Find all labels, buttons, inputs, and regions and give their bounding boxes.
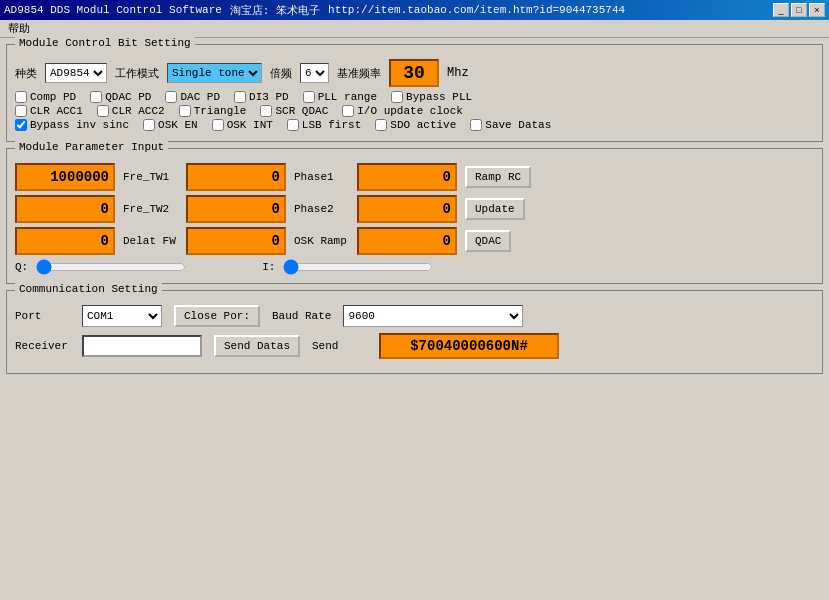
param-row-3: Delat FW OSK Ramp QDAC [15,227,814,255]
mode-select[interactable]: Single tone FSK BPSK Ramped FSK Chirp [167,63,262,83]
port-select[interactable]: COM1 COM2 COM3 COM4 [82,305,162,327]
title-bar-left: AD9854 DDS Modul Control Software 淘宝店: 笨… [4,3,625,18]
dac-pd-label: DAC PD [180,91,220,103]
clr-acc2-checkbox[interactable] [97,105,109,117]
qdac-pd-checkbox[interactable] [90,91,102,103]
cb-di3-pd: DI3 PD [234,91,289,103]
cb-lsb-first: LSB first [287,119,361,131]
baud-rate-select[interactable]: 9600 19200 38400 115200 [343,305,523,327]
ramp-rc-button[interactable]: Ramp RC [465,166,531,188]
lsb-first-checkbox[interactable] [287,119,299,131]
url-text: http://item.taobao.com/item.htm?id=90447… [328,4,625,16]
param-row-2: Fre_TW2 Phase2 Update [15,195,814,223]
receiver-label: Receiver [15,340,70,352]
delat-fw-label: Delat FW [123,235,178,247]
cb-save-datas: Save Datas [470,119,551,131]
fre-tw1-label: Fre_TW1 [123,171,178,183]
receiver-input[interactable] [82,335,202,357]
q-slider[interactable] [36,259,186,275]
fre-tw1-input[interactable] [15,163,115,191]
phase2-label: Phase2 [294,203,349,215]
comp-pd-checkbox[interactable] [15,91,27,103]
osk-ramp-label: OSK Ramp [294,235,349,247]
sliders-row: Q: I: [15,259,814,275]
module-control-group: Module Control Bit Setting 种类 AD9854 工作模… [6,44,823,142]
checkbox-row-3: Bypass inv sinc OSK EN OSK INT LSB first… [15,119,814,131]
bypass-inv-checkbox[interactable] [15,119,27,131]
maximize-button[interactable]: □ [791,3,807,17]
cb-sdo-active: SDO active [375,119,456,131]
main-content: Module Control Bit Setting 种类 AD9854 工作模… [0,38,829,380]
baud-rate-label: Baud Rate [272,310,331,322]
cb-clr-acc1: CLR ACC1 [15,105,83,117]
comm-setting-group: Communication Setting Port COM1 COM2 COM… [6,290,823,374]
cb-io-update: I/O update clock [342,105,463,117]
osk-en-label: OSK EN [158,119,198,131]
i-slider[interactable] [283,259,433,275]
dac-pd-checkbox[interactable] [165,91,177,103]
bypass-pll-label: Bypass PLL [406,91,472,103]
fre-tw2-input[interactable] [15,195,115,223]
title-bar: AD9854 DDS Modul Control Software 淘宝店: 笨… [0,0,829,20]
cb-qdac-pd: QDAC PD [90,91,151,103]
bypass-inv-label: Bypass inv sinc [30,119,129,131]
app-title: AD9854 DDS Modul Control Software [4,4,222,16]
osk-ramp-input[interactable] [186,227,286,255]
cb-bypass-inv: Bypass inv sinc [15,119,129,131]
send-label: Send [312,340,367,352]
io-update-label: I/O update clock [357,105,463,117]
clr-acc1-checkbox[interactable] [15,105,27,117]
di3-pd-checkbox[interactable] [234,91,246,103]
qdac-input[interactable] [357,227,457,255]
checkbox-row-2: CLR ACC1 CLR ACC2 Triangle SCR QDAC I/O … [15,105,814,117]
clr-acc2-label: CLR ACC2 [112,105,165,117]
cb-clr-acc2: CLR ACC2 [97,105,165,117]
lsb-first-label: LSB first [302,119,361,131]
ramp-rc-input[interactable] [357,163,457,191]
minimize-button[interactable]: _ [773,3,789,17]
i-slider-label: I: [262,261,275,273]
phase2-input[interactable] [186,195,286,223]
mode-label: 工作模式 [115,66,159,81]
triangle-checkbox[interactable] [179,105,191,117]
pll-range-label: PLL range [318,91,377,103]
cb-scr-qdac: SCR QDAC [260,105,328,117]
fre-tw2-label: Fre_TW2 [123,203,178,215]
menu-help[interactable]: 帮助 [4,21,34,36]
scr-qdac-checkbox[interactable] [260,105,272,117]
mult-label: 倍频 [270,66,292,81]
module-param-group: Module Parameter Input Fre_TW1 Phase1 Ra… [6,148,823,284]
title-bar-buttons: _ □ × [773,3,825,17]
send-datas-button[interactable]: Send Datas [214,335,300,357]
send-display: $70040000600N# [379,333,559,359]
qdac-button[interactable]: QDAC [465,230,511,252]
mult-select[interactable]: 6 [300,63,329,83]
q-slider-label: Q: [15,261,28,273]
cb-osk-int: OSK INT [212,119,273,131]
checkbox-row-1: Comp PD QDAC PD DAC PD DI3 PD PLL range … [15,91,814,103]
base-freq-label: 基准频率 [337,66,381,81]
close-port-button[interactable]: Close Por: [174,305,260,327]
phase1-input[interactable] [186,163,286,191]
scr-qdac-label: SCR QDAC [275,105,328,117]
osk-int-checkbox[interactable] [212,119,224,131]
osk-en-checkbox[interactable] [143,119,155,131]
io-update-checkbox[interactable] [342,105,354,117]
param-row-1: Fre_TW1 Phase1 Ramp RC [15,163,814,191]
comm-top-row: Port COM1 COM2 COM3 COM4 Close Por: Baud… [15,305,814,327]
kind-label: 种类 [15,66,37,81]
save-datas-checkbox[interactable] [470,119,482,131]
sdo-active-checkbox[interactable] [375,119,387,131]
bypass-pll-checkbox[interactable] [391,91,403,103]
port-label: Port [15,310,70,322]
pll-range-checkbox[interactable] [303,91,315,103]
update-input[interactable] [357,195,457,223]
close-button[interactable]: × [809,3,825,17]
comm-bottom-row: Receiver Send Datas Send $70040000600N# [15,333,814,359]
delat-fw-input[interactable] [15,227,115,255]
cb-comp-pd: Comp PD [15,91,76,103]
kind-select[interactable]: AD9854 [45,63,107,83]
update-button[interactable]: Update [465,198,525,220]
cb-dac-pd: DAC PD [165,91,220,103]
clr-acc1-label: CLR ACC1 [30,105,83,117]
